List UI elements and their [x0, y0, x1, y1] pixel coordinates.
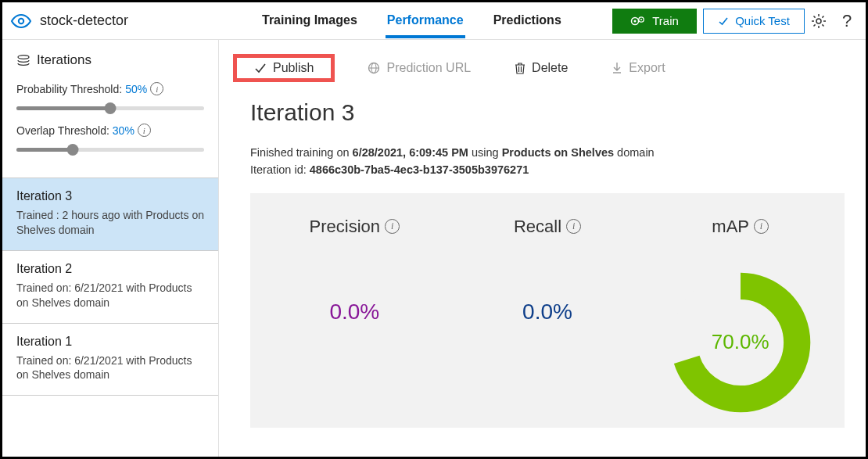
publish-label: Publish [273, 61, 314, 75]
iteration-item-name: Iteration 1 [16, 335, 204, 349]
overlap-threshold-row: Overlap Threshold: 30% i [16, 124, 204, 137]
overlap-thresh-value: 30% [113, 124, 135, 137]
info-icon[interactable]: i [754, 219, 769, 234]
overlap-threshold-slider[interactable] [16, 142, 204, 157]
metric-recall: Recall i 0.0% [451, 217, 644, 325]
iteration-id-line: Iteration id: 4866c30b-7ba5-4ec3-b137-35… [250, 162, 845, 179]
gears-icon [630, 15, 646, 27]
iteration-finished-line: Finished training on 6/28/2021, 6:09:45 … [250, 145, 845, 162]
globe-icon [368, 62, 380, 74]
iteration-heading: Iteration 3 [250, 99, 845, 126]
sidebar: Iterations Probability Threshold: 50% i … [2, 40, 219, 457]
download-icon [612, 62, 622, 74]
iteration-item-sub: Trained on: 6/21/2021 with Products on S… [16, 281, 204, 310]
export-button[interactable]: Export [601, 56, 676, 80]
svg-point-4 [640, 19, 642, 20]
iteration-item[interactable]: Iteration 3 Trained : 2 hours ago with P… [2, 178, 218, 251]
settings-button[interactable] [805, 13, 833, 29]
iteration-toolbar: Publish Prediction URL Delete Export [219, 40, 866, 96]
delete-label: Delete [532, 61, 568, 75]
overlap-thresh-label: Overlap Threshold: [16, 124, 109, 137]
map-value: 70.0% [712, 330, 769, 354]
iteration-item[interactable]: Iteration 1 Trained on: 6/21/2021 with P… [2, 324, 218, 396]
delete-button[interactable]: Delete [504, 56, 579, 80]
iteration-item-sub: Trained on: 6/21/2021 with Products on S… [16, 353, 204, 383]
header-tabs: Training Images Performance Predictions [260, 4, 563, 38]
quick-test-button[interactable]: Quick Test [703, 9, 805, 34]
train-label: Train [652, 14, 679, 27]
prob-thresh-value: 50% [125, 83, 147, 95]
check-icon [718, 16, 729, 27]
info-icon[interactable]: i [566, 219, 581, 234]
precision-value: 0.0% [329, 299, 379, 325]
info-icon[interactable]: i [150, 82, 163, 95]
trash-icon [515, 62, 525, 74]
probability-threshold-slider[interactable] [16, 100, 204, 116]
brand: stock-detector [10, 13, 245, 29]
svg-line-13 [822, 16, 823, 17]
prob-thresh-label: Probability Threshold: [16, 83, 122, 95]
export-label: Export [629, 61, 665, 75]
train-button[interactable]: Train [612, 9, 697, 34]
metric-map: mAP i 70.0% [644, 217, 837, 417]
check-icon [254, 63, 267, 74]
recall-label: Recall [514, 217, 561, 237]
svg-line-11 [822, 24, 823, 26]
top-header: stock-detector Training Images Performan… [2, 2, 866, 40]
map-donut-chart: 70.0% [666, 268, 815, 417]
prediction-url-label: Prediction URL [386, 61, 471, 75]
iteration-item-name: Iteration 2 [16, 262, 204, 276]
iteration-item[interactable]: Iteration 2 Trained on: 6/21/2021 with P… [2, 251, 218, 324]
svg-point-14 [18, 56, 29, 59]
info-icon[interactable]: i [385, 219, 400, 234]
metrics-card: Precision i 0.0% Recall i 0.0% mAP i [250, 193, 845, 428]
svg-line-10 [814, 16, 816, 17]
iterations-title-text: Iterations [37, 52, 91, 68]
map-label: mAP [712, 217, 749, 237]
svg-point-0 [19, 18, 23, 23]
recall-value: 0.0% [522, 299, 572, 325]
iterations-title: Iterations [16, 52, 204, 68]
iteration-list: Iteration 3 Trained : 2 hours ago with P… [2, 178, 218, 396]
prediction-url-button[interactable]: Prediction URL [357, 56, 482, 80]
eye-icon [10, 14, 32, 28]
metric-precision: Precision i 0.0% [258, 217, 451, 325]
help-icon: ? [842, 11, 852, 31]
svg-line-12 [814, 24, 816, 26]
iteration-item-sub: Trained : 2 hours ago with Products on S… [16, 208, 204, 238]
tab-performance[interactable]: Performance [386, 4, 465, 38]
iteration-item-name: Iteration 3 [16, 189, 204, 203]
main-panel: Publish Prediction URL Delete Export [219, 40, 866, 457]
svg-point-2 [634, 20, 637, 22]
project-name: stock-detector [40, 13, 128, 29]
publish-button[interactable]: Publish [233, 54, 335, 82]
stack-icon [16, 54, 30, 66]
tab-training-images[interactable]: Training Images [260, 4, 359, 38]
help-button[interactable]: ? [833, 11, 861, 31]
probability-threshold-row: Probability Threshold: 50% i [16, 82, 204, 95]
gear-icon [811, 13, 827, 29]
quick-test-label: Quick Test [735, 14, 790, 27]
tab-predictions[interactable]: Predictions [492, 4, 563, 38]
svg-point-5 [816, 19, 821, 23]
precision-label: Precision [310, 217, 380, 237]
info-icon[interactable]: i [138, 124, 151, 137]
